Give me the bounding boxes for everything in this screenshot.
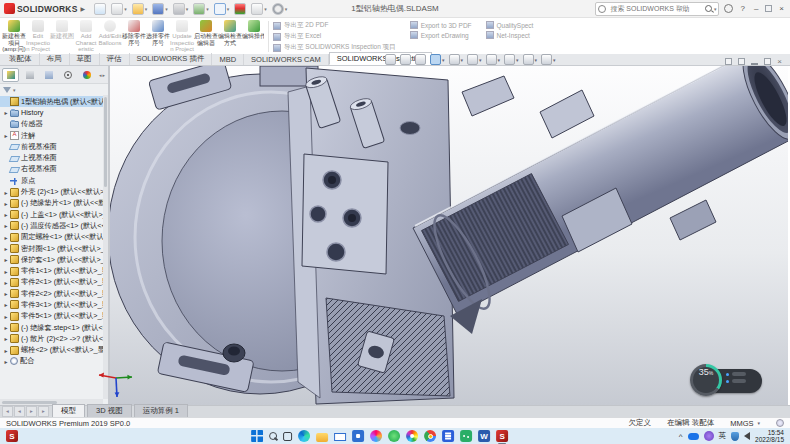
ribbon-button-update-inspection-project[interactable]: Update Inspection Project <box>170 19 194 54</box>
rebuild-button[interactable] <box>233 2 247 16</box>
tree-item[interactable]: ▸密封圈<1> (默认<<默认>_显示状 <box>0 243 103 254</box>
tab-评估[interactable]: 评估 <box>100 53 130 65</box>
taskbar-solidworks-icon[interactable]: S <box>6 430 18 442</box>
tree-item[interactable]: ▸配合 <box>0 356 103 367</box>
expand-arrow-icon[interactable]: ▸ <box>2 132 10 139</box>
fm-tab-features[interactable] <box>2 68 19 82</box>
taskbar-chrome-icon[interactable] <box>424 430 436 442</box>
taskbar-search-icon[interactable] <box>269 432 277 440</box>
tab-装配体[interactable]: 装配体 <box>2 53 40 65</box>
export-item[interactable]: 导出至 Excel <box>273 32 396 41</box>
taskbar-file-explorer-icon[interactable] <box>316 433 328 442</box>
ribbon-button-launch-inspection-editor[interactable]: 启动检查编辑器 <box>194 19 218 47</box>
taskbar-color-ring-icon[interactable] <box>406 430 418 442</box>
open-folder-button[interactable]: ▾ <box>131 2 149 16</box>
tree-item[interactable]: ▸零件5<1> (默认<<默认>_显示状 <box>0 311 103 322</box>
section-view-button[interactable]: ▾ <box>430 54 445 65</box>
expand-arrow-icon[interactable]: ▸ <box>2 256 10 263</box>
tree-item[interactable]: ▸外壳 (2)<1> (默认<<默认>_显示状 <box>0 186 103 197</box>
tree-item[interactable]: ▸零件3<1> (默认<<默认>_显示状 <box>0 299 103 310</box>
taskbar-edge-icon[interactable] <box>298 430 310 442</box>
ribbon-button-new-view[interactable]: 新建视图 <box>50 19 74 41</box>
expand-arrow-icon[interactable]: ▸ <box>2 189 10 196</box>
tree-item[interactable]: ▸History <box>0 107 103 118</box>
tree-item[interactable]: 右视基准面 <box>0 164 103 175</box>
help-search-input[interactable] <box>608 4 702 13</box>
fm-tab-appearances[interactable] <box>78 68 95 82</box>
expand-arrow-icon[interactable]: ▸ <box>2 200 10 207</box>
select-arrow-button[interactable]: ▾ <box>213 2 231 16</box>
ribbon-button-new-inspection-project[interactable]: 新建检查项目 (amp:问) <box>2 19 26 54</box>
expand-arrow-icon[interactable]: ▸ <box>2 279 10 286</box>
taskbar-wechat-icon[interactable] <box>460 430 472 442</box>
recorder-widget[interactable]: 35% <box>690 364 764 398</box>
view-settings-button[interactable]: ▾ <box>541 54 556 65</box>
doc-close-icon[interactable]: × <box>777 58 782 65</box>
tree-item[interactable]: ▸(-) 绝缘垫片<1> (默认<<默认>_显 <box>0 198 103 209</box>
expand-arrow-icon[interactable]: ▸ <box>2 313 10 320</box>
export-item[interactable]: 导出至 2D PDF <box>273 21 396 30</box>
taskbar-notes-icon[interactable] <box>442 430 454 442</box>
expand-arrow-icon[interactable]: ▸ <box>2 324 10 331</box>
doc-minimize-icon[interactable] <box>751 63 758 65</box>
ime-language[interactable]: 英 <box>719 431 727 441</box>
expand-arrow-icon[interactable]: ▸ <box>2 234 10 241</box>
undo-button[interactable]: ▾ <box>192 2 210 16</box>
tree-item[interactable]: 原点 <box>0 175 103 186</box>
tree-item[interactable]: ▸零件2<1> (默认<<默认>_显示状 <box>0 277 103 288</box>
tab-草图[interactable]: 草图 <box>70 53 100 65</box>
tab-scroll-first-icon[interactable]: ◂ <box>2 406 13 417</box>
apply-scene-button[interactable]: ▾ <box>523 54 538 65</box>
doc-tab-模型[interactable]: 模型 <box>52 404 85 417</box>
tab-SOLIDWORKS 插件[interactable]: SOLIDWORKS 插件 <box>130 53 213 65</box>
fm-tab-dimxpert[interactable] <box>59 68 76 82</box>
taskbar-solidworks-active-icon[interactable]: S <box>496 430 508 442</box>
export-item[interactable]: Net-Inspect <box>486 31 534 39</box>
tab-布局[interactable]: 布局 <box>40 53 70 65</box>
dropdown-caret-icon[interactable]: ▾ <box>553 57 556 63</box>
print-button[interactable]: ▾ <box>172 2 190 16</box>
user-account-icon[interactable] <box>724 4 733 13</box>
expand-arrow-icon[interactable]: ▸ <box>2 109 10 116</box>
edit-appearance-button[interactable]: ▾ <box>504 54 519 65</box>
widget-toggle-2[interactable] <box>726 379 746 383</box>
taskbar-mail-icon[interactable] <box>334 433 346 441</box>
export-item[interactable]: Export eDrawing <box>410 31 472 39</box>
zoom-area-button[interactable] <box>400 54 411 65</box>
export-item[interactable]: QualitySpect <box>486 21 534 29</box>
tree-vertical-scrollbar[interactable] <box>103 95 108 399</box>
tree-item[interactable]: ▸(-) 绝缘套.step<1> (默认<<默认> <box>0 322 103 333</box>
expand-arrow-icon[interactable]: ▸ <box>2 245 10 252</box>
dropdown-caret-icon[interactable]: ▾ <box>535 57 538 63</box>
expand-arrow-icon[interactable]: ▸ <box>2 290 10 297</box>
export-item[interactable]: 导出至 SOLIDWORKS Inspection 项目 <box>273 43 396 52</box>
search-icon[interactable] <box>705 5 712 12</box>
tree-item[interactable]: 1型铝轴热电偶 (默认<默认>_显示状态-1 <box>0 96 103 107</box>
tray-chevron-icon[interactable]: ^ <box>679 432 683 441</box>
dropdown-caret-icon[interactable]: ▾ <box>498 57 501 63</box>
ribbon-button-add-characteristic[interactable]: Add Characteristic <box>74 19 98 54</box>
doc-restore-icon[interactable] <box>764 58 771 65</box>
dropdown-caret-icon[interactable]: ▾ <box>516 57 519 63</box>
defender-shield-icon[interactable] <box>731 432 739 441</box>
tab-scroll-last-icon[interactable]: ▸ <box>38 406 49 417</box>
hide-show-items-button[interactable]: ▾ <box>486 54 501 65</box>
zoom-to-fit-button[interactable] <box>385 54 396 65</box>
expand-arrow-icon[interactable]: ▸ <box>2 222 10 229</box>
menu-flyout-icon[interactable]: ▶ <box>81 5 86 12</box>
expand-arrow-icon[interactable]: ▸ <box>2 211 10 218</box>
display-style-button[interactable]: ▾ <box>467 54 482 65</box>
tab-scroll-next-icon[interactable]: ▸ <box>26 406 37 417</box>
tray-app-icon[interactable] <box>704 431 714 441</box>
search-scope-icon[interactable] <box>598 5 606 13</box>
fm-tab-configurations[interactable] <box>40 68 57 82</box>
dropdown-caret-icon[interactable]: ▾ <box>442 57 445 63</box>
tree-item[interactable]: ▸螺栓<2> (默认<<默认>_显示状态 <box>0 345 103 356</box>
restore-button[interactable] <box>765 5 772 12</box>
status-tag-icon[interactable] <box>776 419 784 427</box>
taskbar-task-view-icon[interactable] <box>283 432 292 441</box>
expand-arrow-icon[interactable]: ▸ <box>2 335 10 342</box>
ribbon-button-edit-inspection-project[interactable]: Edit Inspection Project <box>26 19 50 54</box>
help-button[interactable]: ? <box>738 4 746 13</box>
ribbon-button-edit-operation[interactable]: 编辑操作 <box>242 19 264 41</box>
